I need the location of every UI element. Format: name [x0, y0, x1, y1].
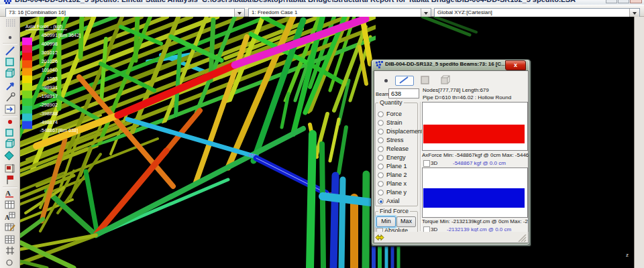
svg-text:Axial Force - (kgf): Axial Force - (kgf) — [25, 24, 62, 29]
svg-text:-298902: -298902 — [40, 102, 58, 108]
svg-text:777: 777 — [248, 153, 256, 157]
svg-text:201026: 201026 — [42, 58, 58, 64]
svg-text:[Bm 3642]: [Bm 3642] — [58, 32, 80, 38]
svg-text:A: A — [5, 189, 11, 197]
svg-text:400998: 400998 — [42, 41, 58, 47]
svg-text:-498874: -498874 — [40, 119, 58, 125]
svg-text:[Bm 638]: [Bm 638] — [58, 127, 78, 133]
svg-text:301012: 301012 — [42, 50, 58, 56]
svg-text:450991: 450991 — [42, 32, 58, 38]
svg-text:-198917: -198917 — [40, 93, 58, 99]
svg-text:-98931: -98931 — [42, 84, 58, 90]
svg-text:z: z — [626, 252, 629, 258]
svg-text:101040: 101040 — [42, 67, 58, 73]
svg-text:-548867: -548867 — [40, 127, 58, 133]
svg-text:-398888: -398888 — [40, 111, 58, 117]
svg-text:1053: 1053 — [47, 76, 58, 82]
